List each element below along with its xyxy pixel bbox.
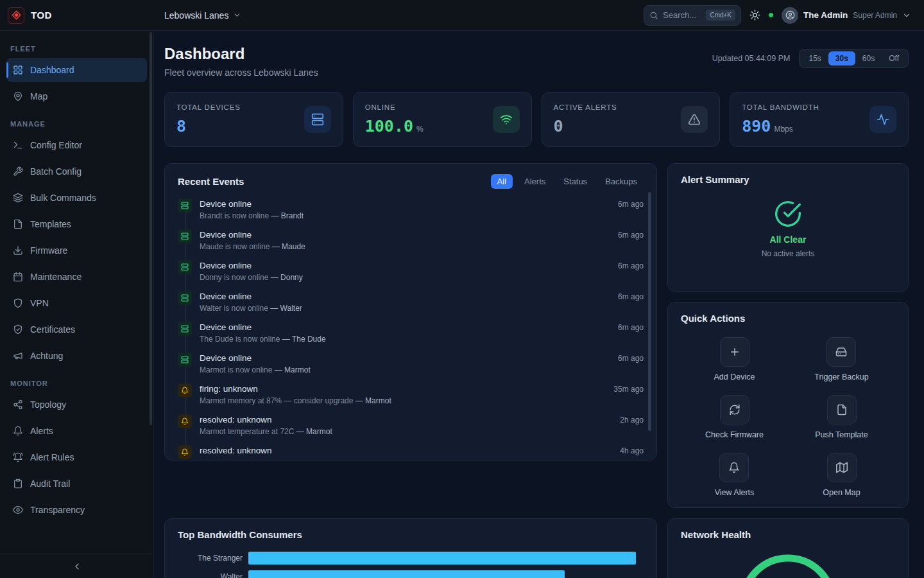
tab-backups[interactable]: Backups (599, 174, 644, 189)
trigger-backup-button[interactable]: Trigger Backup (814, 337, 868, 381)
check-circle-icon (774, 200, 802, 228)
bell-icon (178, 445, 192, 459)
file-icon (827, 395, 857, 425)
sidebar-item-firmware[interactable]: Firmware (6, 238, 147, 263)
download-icon (13, 245, 23, 256)
search-input[interactable] (663, 10, 701, 20)
search-box[interactable]: Cmd+K (644, 5, 741, 26)
megaphone-icon (13, 351, 23, 361)
alert-status-message: No active alerts (762, 249, 815, 258)
sidebar-scrollbar[interactable] (150, 32, 152, 425)
sidebar-item-templates[interactable]: Templates (6, 212, 147, 236)
alert-triangle-icon (681, 106, 708, 133)
open-map-button[interactable]: Open Map (823, 453, 860, 497)
bandwidth-bar (248, 552, 636, 565)
push-template-button[interactable]: Push Template (815, 395, 868, 439)
event-row[interactable]: Device online Walter is now online — Wal… (178, 288, 644, 319)
server-icon (304, 106, 331, 133)
stat-card-active-alerts: ACTIVE ALERTS 0 (542, 92, 721, 147)
grid-icon (13, 65, 23, 75)
shield-icon (13, 298, 23, 308)
online-status-dot (769, 13, 773, 17)
bandwidth-device-label: Walter (178, 572, 248, 578)
sidebar-item-label: Maintenance (30, 272, 81, 282)
event-row[interactable]: resolved: unknown 4h ago (178, 442, 644, 460)
chevron-down-icon (902, 11, 911, 20)
page-subtitle: Fleet overview across Lebowski Lanes (164, 67, 318, 78)
event-time: 6m ago (618, 198, 644, 209)
check-firmware-button[interactable]: Check Firmware (705, 395, 764, 439)
sidebar-item-label: Map (30, 91, 47, 101)
sidebar-item-batch-config[interactable]: Batch Config (6, 159, 147, 184)
sidebar-item-dashboard[interactable]: Dashboard (6, 58, 147, 82)
event-time: 6m ago (618, 260, 644, 270)
user-role: Super Admin (853, 11, 897, 20)
user-icon (785, 10, 795, 20)
refresh-option-30s[interactable]: 30s (828, 51, 855, 66)
sidebar-collapse-button[interactable] (72, 561, 82, 572)
refresh-option-60s[interactable]: 60s (855, 51, 882, 66)
refresh-icon (720, 395, 749, 425)
chevron-left-icon (72, 561, 82, 572)
refresh-option-off[interactable]: Off (882, 51, 906, 66)
bell-icon (13, 426, 23, 436)
tab-all[interactable]: All (491, 174, 513, 189)
sidebar-item-label: Alerts (30, 426, 53, 436)
hard-drive-icon (826, 337, 856, 367)
refresh-option-15s[interactable]: 15s (801, 51, 828, 66)
sidebar-item-achtung[interactable]: Achtung (6, 344, 147, 368)
sidebar-item-bulk-commands[interactable]: Bulk Commands (6, 186, 147, 210)
org-switcher[interactable]: Lebowski Lanes (164, 10, 241, 21)
sidebar-item-maintenance[interactable]: Maintenance (6, 265, 147, 289)
event-time: 35m ago (613, 383, 644, 394)
event-row[interactable]: Device online The Dude is now online — T… (178, 319, 644, 349)
bandwidth-chart: The Stranger Walter (178, 552, 644, 578)
add-device-button[interactable]: Add Device (714, 337, 755, 381)
stat-unit: % (416, 125, 424, 134)
clipboard-icon (13, 478, 23, 489)
server-icon (178, 353, 192, 367)
stat-value: 0 (554, 117, 563, 136)
refresh-interval-control: 15s 30s 60s Off (799, 49, 909, 68)
event-row[interactable]: resolved: unknown Marmot temperature at … (178, 411, 644, 442)
stat-card-online: ONLINE 100.0% (353, 92, 532, 147)
theme-toggle-button[interactable] (749, 10, 760, 21)
events-scrollbar[interactable] (648, 192, 651, 431)
sidebar-item-label: Batch Config (30, 166, 81, 177)
event-time: 6m ago (618, 322, 644, 332)
event-row[interactable]: Device online Maude is now online — Maud… (178, 226, 644, 257)
layers-icon (13, 193, 23, 203)
bandwidth-title: Top Bandwidth Consumers (178, 529, 302, 540)
tab-status[interactable]: Status (557, 174, 594, 189)
sidebar-item-audit-trail[interactable]: Audit Trail (6, 471, 147, 496)
sidebar-item-topology[interactable]: Topology (6, 392, 147, 417)
sidebar-item-config-editor[interactable]: Config Editor (6, 133, 147, 157)
sidebar-item-certificates[interactable]: Certificates (6, 317, 147, 342)
sidebar-item-label: Alert Rules (30, 452, 74, 462)
section-label-fleet: FLEET (10, 45, 143, 53)
tab-alerts[interactable]: Alerts (518, 174, 552, 189)
sidebar-item-transparency[interactable]: Transparency (6, 498, 147, 522)
user-menu[interactable]: The Admin Super Admin (782, 7, 911, 24)
stat-label: TOTAL BANDWIDTH (742, 103, 819, 111)
bell-icon (719, 453, 749, 482)
stat-card-total-devices: TOTAL DEVICES 8 (164, 92, 343, 147)
stat-unit: Mbps (774, 125, 792, 134)
sidebar-item-alerts[interactable]: Alerts (6, 419, 147, 443)
page-header: Dashboard Fleet overview across Lebowski… (164, 45, 909, 78)
view-alerts-button[interactable]: View Alerts (715, 453, 755, 497)
wrench-icon (13, 166, 23, 177)
stat-label: ONLINE (365, 103, 424, 111)
sidebar-item-alert-rules[interactable]: Alert Rules (6, 445, 147, 469)
stat-label: TOTAL DEVICES (176, 103, 241, 111)
server-icon (178, 291, 192, 305)
app-logo-icon (8, 7, 24, 24)
event-row[interactable]: Device online Brandt is now online — Bra… (178, 195, 644, 226)
event-row[interactable]: Device online Donny is now online — Donn… (178, 257, 644, 288)
event-row[interactable]: Device online Marmot is now online — Mar… (178, 349, 644, 380)
sidebar-footer (0, 554, 153, 578)
sidebar-item-map[interactable]: Map (6, 84, 147, 109)
event-row[interactable]: firing: unknown Marmot memory at 87% — c… (178, 380, 644, 411)
section-label-monitor: MONITOR (10, 380, 143, 387)
sidebar-item-vpn[interactable]: VPN (6, 291, 147, 315)
